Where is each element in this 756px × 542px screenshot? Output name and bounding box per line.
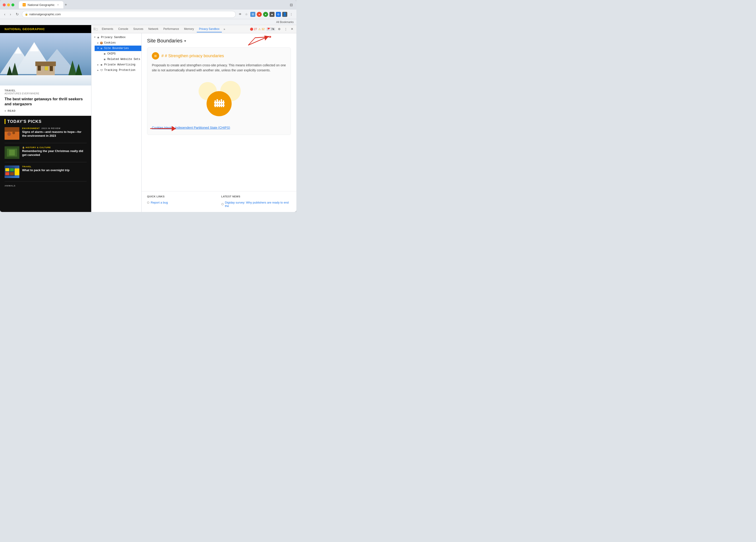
circle-illustration [196, 80, 242, 116]
devtools-settings-icon[interactable]: ⚙ [277, 27, 282, 32]
tab-close-button[interactable]: × [57, 3, 60, 6]
minimize-button[interactable] [7, 3, 10, 6]
main-area: National Geographic [0, 25, 296, 212]
window-controls[interactable]: ⊟ [289, 2, 294, 7]
list-item[interactable]: ENVIRONMENT 2023 IN REVIEW Signs of alar… [5, 127, 87, 143]
devtools-body: ▼ ⊞ Privacy Sandbox ▶ 🍪 Cookies ▼ [91, 33, 296, 212]
related-sets-icon: ⊞ [103, 57, 106, 61]
read-label: READ [8, 109, 16, 112]
svg-rect-25 [5, 168, 9, 171]
devtools-tree: ▼ ⊞ Privacy Sandbox ▶ 🍪 Cookies ▼ [91, 33, 142, 212]
latest-news-column: LATEST NEWS Digiday survey: Why publishe… [221, 195, 291, 208]
tab-favicon: NG [23, 3, 26, 6]
eye-off-icon[interactable]: 👁 [238, 12, 243, 17]
tree-item-privacy-sandbox[interactable]: ▼ ⊞ Privacy Sandbox [91, 35, 141, 40]
close-button[interactable] [3, 3, 6, 6]
quick-link-item[interactable]: Report a bug [147, 200, 217, 205]
tree-item-chips[interactable]: ⊞ CHIPS [98, 51, 141, 57]
ext-icon-2[interactable]: ● [263, 12, 268, 17]
read-button[interactable]: ≡ READ [5, 109, 87, 112]
list-item[interactable]: TRAVEL What to pack for an overnight tri… [5, 165, 87, 181]
ext-icon-3[interactable]: ■ [269, 12, 274, 17]
svg-rect-42 [214, 102, 225, 103]
browser-window: NG National Geographic × + ⊟ ‹ › ↻ 🔒 nat… [0, 0, 296, 212]
svg-rect-26 [5, 172, 9, 175]
page-title-dropdown[interactable]: ▾ [184, 39, 186, 43]
bottom-grid: QUICK LINKS Report a bug LATEST NEWS [147, 195, 291, 208]
forward-button[interactable]: › [8, 11, 12, 17]
devtools-drag-handle[interactable]: ⠿ □ [93, 27, 98, 31]
tab-privacy-sandbox[interactable]: Privacy Sandbox [197, 26, 222, 32]
main-circle [207, 91, 232, 116]
cookies-icon: 🍪 [100, 41, 103, 45]
tab-console[interactable]: Console [116, 26, 131, 32]
tree-label: Related Website Sets [107, 58, 140, 61]
card-body: Proposals to create and strengthen cross… [152, 63, 286, 73]
active-tab[interactable]: NG National Geographic × [19, 1, 63, 8]
tab-elements[interactable]: Elements [99, 26, 115, 32]
more-tabs-button[interactable]: » [222, 26, 227, 32]
svg-point-20 [12, 132, 15, 134]
article-badge: 2023 IN REVIEW [41, 127, 61, 129]
tab-network[interactable]: Network [146, 26, 161, 32]
tab-title: National Geographic [28, 3, 55, 7]
site-boundaries-icon: ⊞ [100, 46, 103, 50]
svg-rect-28 [10, 172, 14, 175]
card-header: ⊞ # Strengthen privacy boundaries [152, 52, 286, 59]
back-button[interactable]: ‹ [3, 11, 7, 17]
devtools-close-icon[interactable]: × [290, 27, 295, 32]
profile-icon[interactable]: 👤 [282, 12, 287, 17]
tree-item-cookies[interactable]: ▶ 🍪 Cookies [95, 40, 141, 46]
ext-icon-4[interactable]: G [276, 12, 281, 17]
news-dot [221, 203, 224, 205]
chips-link[interactable]: Cookies Having Independent Partitioned S… [152, 125, 230, 130]
address-bar[interactable]: 🔒 nationalgeographic.com [22, 11, 236, 18]
hero-tag: TRAVEL [5, 89, 87, 92]
more-menu-button[interactable]: ⋮ [289, 12, 294, 17]
maximize-button[interactable] [11, 3, 14, 6]
tab-memory[interactable]: Memory [182, 26, 196, 32]
tab-sources[interactable]: Sources [131, 26, 146, 32]
bookmark-icon[interactable]: ☆ [244, 12, 249, 17]
tree-item-tracking-protection[interactable]: ▶ 🛡 Tracking Protection [95, 67, 141, 73]
list-item[interactable]: 🔒 HISTORY & CULTURE Remembering the year… [5, 146, 87, 162]
svg-rect-37 [215, 100, 216, 107]
page-title: Site Boundaries [147, 38, 182, 44]
traffic-lights [3, 3, 14, 6]
refresh-button[interactable]: ↻ [14, 11, 20, 17]
ng-logo: National Geographic [5, 27, 45, 31]
article-title: Signs of alarm—and reasons to hope—for t… [22, 130, 87, 138]
ext-icon-1[interactable]: ● [257, 12, 262, 17]
tree-item-site-boundaries[interactable]: ▼ ⊞ Site Boundaries [95, 46, 141, 51]
link-dot [147, 201, 149, 204]
tree-label: Tracking Protection [104, 69, 135, 72]
expand-icon: ▶ [96, 69, 100, 72]
news-item[interactable]: Digiday survey: Why publishers are ready… [221, 200, 291, 208]
article-thumbnail [5, 127, 19, 140]
article-info: ENVIRONMENT 2023 IN REVIEW Signs of alar… [22, 127, 87, 140]
tab-performance[interactable]: Performance [161, 26, 181, 32]
article-category: ENVIRONMENT 2023 IN REVIEW [22, 127, 87, 129]
article-thumbnail [5, 165, 19, 178]
svg-rect-18 [5, 132, 19, 140]
devtools-more-icon[interactable]: ⋮ [283, 27, 288, 32]
tree-item-related-website-sets[interactable]: ⊞ Related Website Sets [98, 57, 141, 62]
todays-picks-section: TODAY'S PICKS ENVIRONMENT [0, 116, 91, 212]
tree-item-private-advertising[interactable]: ▶ ⊞ Private Advertising [95, 62, 141, 67]
tracking-protection-icon: 🛡 [100, 68, 103, 72]
title-bar: NG National Geographic × + ⊟ [0, 0, 296, 10]
tree-label: Privacy Sandbox [101, 36, 126, 39]
article-thumbnail [5, 146, 19, 159]
expand-icon: ▶ [96, 63, 100, 66]
svg-rect-27 [10, 168, 14, 171]
new-tab-button[interactable]: + [65, 3, 67, 7]
article-title: Remembering the year Christmas really di… [22, 149, 87, 157]
read-icon: ≡ [5, 109, 6, 112]
article-info: TRAVEL What to pack for an overnight tri… [22, 165, 87, 178]
svg-rect-16 [45, 66, 48, 70]
tree-label: Site Boundaries [104, 47, 129, 50]
bookmarks-label: All Bookmarks [276, 21, 294, 24]
hero-subtitle: ADVENTURES EVERYWHERE [5, 92, 87, 95]
extensions-icon[interactable]: ⊞ [250, 12, 255, 17]
svg-rect-41 [223, 100, 224, 107]
